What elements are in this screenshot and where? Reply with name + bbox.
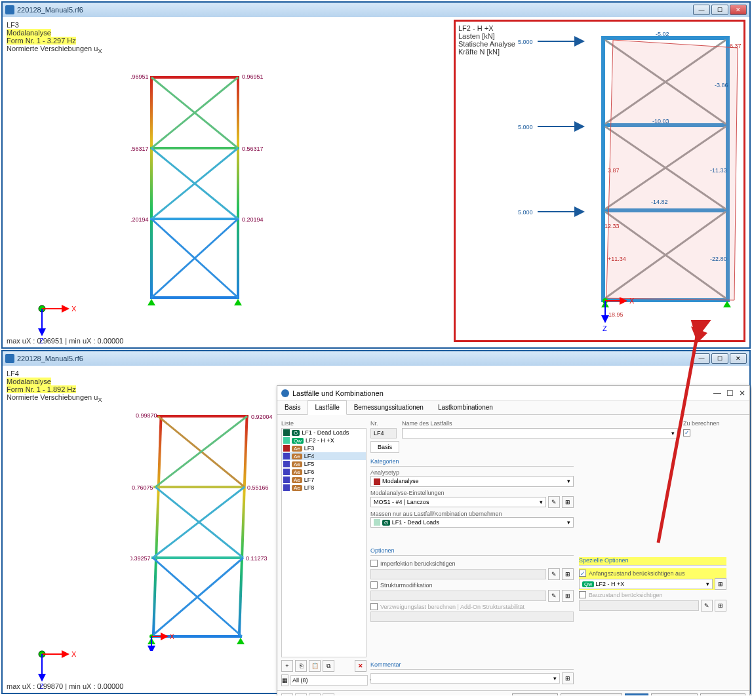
categories-header: Kategorien — [370, 458, 574, 467]
svg-text:-14.82: -14.82 — [651, 199, 668, 205]
dialog-title: Lastfälle und Kombinationen — [292, 389, 384, 397]
ok-button[interactable]: OK — [625, 693, 648, 695]
imperfection-new-button[interactable]: ⊞ — [562, 568, 574, 580]
loadcase-list[interactable]: GLF1 - Dead LoadsQwLF2 - H +XAeLF3AeLF4A… — [281, 428, 366, 657]
close-button[interactable]: ✕ — [730, 5, 747, 15]
svg-text:-22.80: -22.80 — [710, 256, 727, 262]
loadcase-item[interactable]: AeLF7 — [282, 476, 366, 484]
svg-rect-4 — [150, 218, 239, 220]
svg-text:Z: Z — [603, 324, 607, 332]
window-title: 220128_Manual5.rf6 — [17, 6, 83, 14]
vp1-stats: max uX : 0.96951 | min uX : 0.00000 — [7, 337, 123, 345]
loadcase-item[interactable]: AeLF4 — [282, 452, 366, 460]
svg-rect-2 — [150, 76, 239, 79]
dialog-tab-basis[interactable]: Basis — [277, 400, 307, 414]
comment-header: Kommentar — [370, 661, 574, 670]
svg-rect-61 — [157, 415, 248, 418]
modal-edit-button[interactable]: ✎ — [548, 496, 560, 508]
analysis-type-dropdown[interactable]: Modalanalyse▾ — [370, 476, 574, 487]
nr-header: Nr. — [370, 419, 397, 428]
dialog-tab-lastfälle[interactable]: Lastfälle — [307, 400, 346, 415]
options-header: Optionen — [370, 547, 574, 556]
dialog-min-button[interactable]: — — [713, 389, 721, 398]
imperfection-checkbox[interactable] — [370, 560, 378, 567]
svg-text:0.20194: 0.20194 — [130, 216, 149, 223]
loadcase-item[interactable]: AeLF5 — [282, 460, 366, 468]
imperfection-input — [370, 569, 546, 579]
svg-text:-11.33: -11.33 — [710, 167, 727, 174]
modal-settings-dropdown[interactable]: MOS1 - #4 | Lanczos▾ — [370, 497, 546, 507]
comment-input[interactable]: ▾ — [370, 673, 560, 684]
calc-header: Zu berechnen — [683, 419, 745, 428]
svg-text:0.56317: 0.56317 — [242, 146, 264, 152]
calculate-button[interactable]: Berechnen — [512, 693, 558, 695]
dialog-close-button[interactable]: ✕ — [739, 389, 745, 398]
maximize-button[interactable]: ☐ — [711, 5, 728, 15]
imperfection-edit-button[interactable]: ✎ — [548, 568, 560, 580]
list-copy-button[interactable]: ⎘ — [295, 660, 307, 672]
loadcase-item[interactable]: AeLF8 — [282, 484, 366, 492]
svg-text:0.39257: 0.39257 — [130, 555, 151, 562]
dialog-tab-bemessungssituationen[interactable]: Bemessungssituationen — [347, 400, 431, 414]
construction-stage-input — [579, 600, 699, 611]
svg-text:0.76075: 0.76075 — [132, 484, 153, 491]
name-dropdown[interactable]: ▾ — [402, 428, 678, 438]
svg-text:0.20194: 0.20194 — [242, 216, 264, 223]
dialog-titlebar: Lastfälle und Kombinationen — ☐ ✕ — [277, 386, 749, 400]
dialog-tabs: BasisLastfälleBemessungssituationenLastk… — [277, 400, 749, 415]
dialog-tab-lastkombinationen[interactable]: Lastkombinationen — [431, 400, 500, 414]
svg-text:12.33: 12.33 — [604, 223, 620, 229]
svg-text:0.99870: 0.99870 — [136, 412, 157, 419]
tower-lf3: 0.96951 0.96951 0.56317 0.56317 0.20194 … — [130, 69, 275, 312]
footer-tool2-button[interactable]: 📊 — [309, 693, 321, 695]
mass-source-dropdown[interactable]: G LF1 - Dead Loads▾ — [370, 517, 574, 528]
construction-stage-checkbox — [579, 591, 586, 598]
footer-search-button[interactable]: 🔍 — [281, 693, 293, 695]
filter-button[interactable]: ▦ — [281, 674, 288, 686]
titlebar-1: 220128_Manual5.rf6 — ☐ ✕ — [3, 3, 749, 17]
structmod-checkbox[interactable] — [370, 581, 378, 589]
footer-tool1-button[interactable]: ⚙ — [295, 693, 307, 695]
tower-lf2: 5.000 5.000 5.000 — [456, 22, 747, 343]
loadcase-item[interactable]: AeLF3 — [282, 444, 366, 452]
svg-rect-63 — [151, 556, 243, 559]
initial-state-checkbox[interactable]: ✓ — [579, 570, 586, 577]
loadcase-item[interactable]: GLF1 - Dead Loads — [282, 429, 366, 437]
list-add-button[interactable]: + — [281, 660, 293, 672]
minimize-button[interactable]: — — [693, 353, 710, 364]
list-paste-button[interactable]: 📋 — [309, 660, 321, 672]
structmod-new-button[interactable]: ⊞ — [562, 590, 574, 602]
construction-stage-new-button[interactable]: ⊞ — [715, 600, 726, 612]
list-delete-button[interactable]: ✕ — [355, 660, 366, 672]
apply-button[interactable]: Anwenden — [700, 693, 745, 695]
svg-text:5.000: 5.000 — [518, 39, 533, 45]
maximize-button[interactable]: ☐ — [711, 353, 728, 364]
cancel-button[interactable]: Abbrechen — [651, 693, 697, 695]
minimize-button[interactable]: — — [693, 5, 710, 15]
svg-rect-0 — [150, 76, 153, 299]
list-duplicate-button[interactable]: ⧉ — [323, 660, 334, 672]
initial-state-dropdown[interactable]: Qw LF2 - H +X▾ — [579, 579, 713, 589]
calculate-all-button[interactable]: Alles berechnen — [561, 693, 622, 695]
dialog-max-button[interactable]: ☐ — [726, 389, 734, 398]
comment-button[interactable]: ⊞ — [562, 672, 574, 684]
special-options-header: Spezielle Optionen — [579, 557, 726, 566]
calc-checkbox[interactable]: ✓ — [683, 429, 690, 437]
construction-stage-edit-button[interactable]: ✎ — [701, 600, 713, 612]
nr-field: LF4 — [370, 428, 397, 438]
subtab-basis[interactable]: Basis — [370, 441, 399, 453]
initial-state-edit-button[interactable]: ⊞ — [715, 578, 726, 590]
loadcase-item[interactable]: QwLF2 - H +X — [282, 437, 366, 444]
svg-rect-3 — [150, 147, 239, 149]
svg-text:+11.34: +11.34 — [608, 256, 626, 262]
loadcase-item[interactable]: AeLF6 — [282, 468, 366, 476]
svg-rect-5 — [150, 296, 239, 299]
modal-new-button[interactable]: ⊞ — [562, 496, 574, 508]
footer-tool3-button[interactable]: ▾ — [323, 693, 334, 695]
svg-text:0.55166: 0.55166 — [247, 484, 269, 491]
filter-input[interactable] — [290, 675, 368, 686]
structmod-edit-button[interactable]: ✎ — [548, 590, 560, 602]
close-button[interactable]: ✕ — [730, 353, 747, 364]
svg-text:0.11273: 0.11273 — [246, 555, 267, 562]
loadcases-dialog: Lastfälle und Kombinationen — ☐ ✕ BasisL… — [277, 385, 750, 695]
